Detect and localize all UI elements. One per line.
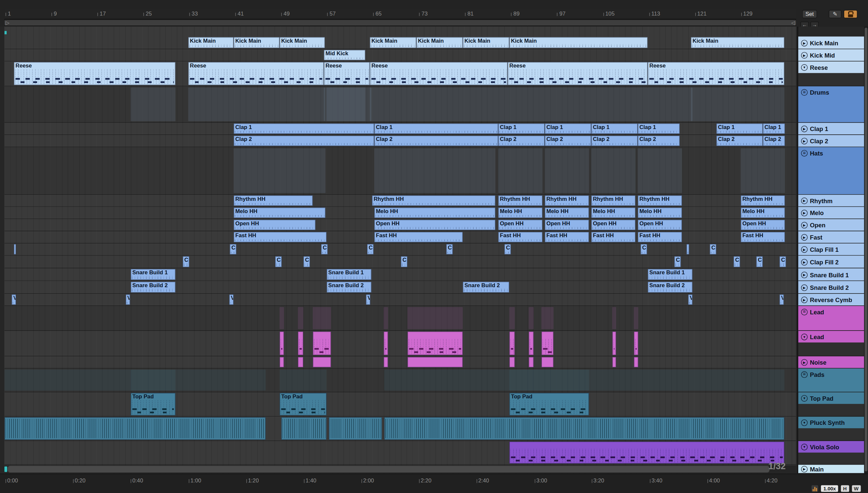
- bar-ruler[interactable]: 191725334149576573818997105113121129: [4, 9, 796, 20]
- group-icon[interactable]: ≡: [801, 371, 808, 378]
- arrangement-area[interactable]: Kick MainKick MainKick MainKick MainKick…: [4, 26, 796, 473]
- clip-kick-main[interactable]: Kick Main: [279, 37, 325, 48]
- clip-snare-build-1[interactable]: Snare Build 1: [648, 269, 692, 280]
- clip-reese[interactable]: Reese: [370, 62, 508, 85]
- clip-clap-1[interactable]: Clap 1: [716, 123, 763, 134]
- play-icon[interactable]: ▶: [801, 271, 808, 278]
- clip-rhythm[interactable]: Rhythm HH: [545, 195, 589, 206]
- clip-rhythm[interactable]: Rhythm HH: [638, 195, 682, 206]
- clip-reese[interactable]: Reese: [14, 62, 175, 85]
- clip-pluck-synth[interactable]: [4, 417, 266, 440]
- clip-clap-2[interactable]: Clap 2: [763, 136, 785, 146]
- horizontal-scrollbar[interactable]: [4, 465, 796, 473]
- play-icon[interactable]: ▶: [801, 40, 808, 46]
- clip-open[interactable]: Open HH: [234, 220, 316, 230]
- clip-lead[interactable]: [407, 331, 463, 355]
- clip-clap-2[interactable]: Clap 2: [716, 136, 763, 146]
- track-header-clap-fill-2[interactable]: ▶Clap Fill 2: [798, 256, 864, 268]
- clip-lead[interactable]: [279, 331, 284, 355]
- clip-noise[interactable]: [298, 357, 303, 368]
- clip-fast[interactable]: Fast HH: [374, 232, 463, 242]
- clip-clap-fill-2[interactable]: C: [183, 256, 189, 267]
- clip-clap-fill-2[interactable]: C: [674, 256, 681, 267]
- clip-clap-fill-1[interactable]: [686, 244, 689, 254]
- fold-icon[interactable]: ▼: [801, 333, 808, 340]
- track-header-reese[interactable]: ▼Reese: [798, 62, 864, 86]
- clip-noise[interactable]: [634, 357, 638, 368]
- lane-melo[interactable]: Melo HHMelo HHMelo HHMelo HHMelo HHMelo …: [4, 207, 796, 219]
- clip-clap-fill-1[interactable]: C: [504, 244, 511, 254]
- clip-open[interactable]: Open HH: [591, 220, 636, 230]
- track-header-lead[interactable]: ▼Lead: [798, 331, 864, 356]
- lane-fast[interactable]: Fast HHFast HHFast HHFast HHFast HHFast …: [4, 231, 796, 243]
- play-icon[interactable]: ▶: [801, 297, 808, 303]
- track-header-clap-1[interactable]: ▶Clap 1: [798, 123, 864, 135]
- clip-open[interactable]: Open HH: [741, 220, 785, 230]
- clip-clap-2[interactable]: Clap 2: [498, 136, 545, 146]
- clip-clap-1[interactable]: Clap 1: [591, 123, 638, 134]
- clip-snare-build-1[interactable]: Snare Build 1: [131, 269, 175, 280]
- lane-hats[interactable]: [4, 147, 796, 195]
- lane-snare-build-2[interactable]: Snare Build 2Snare Build 2Snare Build 2S…: [4, 281, 796, 294]
- clip-snare-build-1[interactable]: Snare Build 1: [327, 269, 372, 280]
- fold-icon[interactable]: ▼: [801, 443, 808, 450]
- play-icon[interactable]: ▶: [801, 259, 808, 265]
- lane-rhythm[interactable]: Rhythm HHRhythm HHRhythm HHRhythm HHRhyt…: [4, 195, 796, 207]
- play-icon[interactable]: ▶: [801, 466, 808, 472]
- clip-fast[interactable]: Fast HH: [591, 232, 636, 242]
- lane-clap-fill-1[interactable]: CCCCCCC: [4, 243, 796, 256]
- clip-snare-build-2[interactable]: Snare Build 2: [131, 282, 175, 293]
- clip-kick-main[interactable]: Kick Main: [188, 37, 234, 48]
- clip-pluck-synth[interactable]: [281, 417, 326, 440]
- track-header-kick-main[interactable]: ▶Kick Main: [798, 36, 864, 49]
- lane-clap-2[interactable]: Clap 2Clap 2Clap 2Clap 2Clap 2Clap 2Clap…: [4, 135, 796, 147]
- clip-melo[interactable]: Melo HH: [638, 208, 682, 218]
- clip-noise[interactable]: [313, 357, 331, 368]
- clip-clap-1[interactable]: Clap 1: [763, 123, 785, 134]
- clip-clap-fill-1[interactable]: C: [321, 244, 328, 254]
- clip-open[interactable]: Open HH: [638, 220, 682, 230]
- clip-clap-1[interactable]: Clap 1: [498, 123, 545, 134]
- clip-clap-fill-1[interactable]: C: [710, 244, 716, 254]
- clip-rhythm[interactable]: Rhythm HH: [372, 195, 495, 206]
- track-header-clap-fill-1[interactable]: ▶Clap Fill 1: [798, 243, 864, 256]
- set-button[interactable]: Set: [802, 10, 817, 18]
- clip-noise[interactable]: [529, 357, 534, 368]
- clip-reverse-cymb[interactable]: V: [688, 295, 693, 305]
- clip-lead[interactable]: [313, 331, 331, 355]
- clip-lead[interactable]: [612, 331, 616, 355]
- lane-pads[interactable]: [4, 369, 796, 392]
- clip-pluck-synth[interactable]: [384, 417, 784, 440]
- track-header-open[interactable]: ▶Open: [798, 219, 864, 231]
- clip-kick-main[interactable]: Kick Main: [234, 37, 280, 48]
- track-header-kick-mid[interactable]: ▶Kick Mid: [798, 49, 864, 62]
- clip-reverse-cymb[interactable]: V: [366, 295, 370, 305]
- clip-lead[interactable]: [541, 331, 553, 355]
- clip-open[interactable]: Open HH: [545, 220, 589, 230]
- track-header-main[interactable]: ▶Main: [798, 465, 864, 474]
- clip-kick-main[interactable]: Kick Main: [691, 37, 785, 48]
- clip-rhythm[interactable]: Rhythm HH: [234, 195, 313, 206]
- clip-reese[interactable]: Reese: [324, 62, 370, 85]
- track-header-snare-build-1[interactable]: ▶Snare Build 1: [798, 268, 864, 281]
- clip-kick-main[interactable]: Kick Main: [509, 37, 648, 48]
- clip-lead[interactable]: [634, 331, 638, 355]
- clip-noise[interactable]: [407, 357, 463, 368]
- clip-snare-build-2[interactable]: Snare Build 2: [648, 282, 692, 293]
- clip-clap-2[interactable]: Clap 2: [545, 136, 591, 146]
- scroll-left-handle-icon[interactable]: ▷: [6, 20, 9, 26]
- horizontal-scroll-thumb[interactable]: [7, 466, 769, 472]
- clip-clap-fill-1[interactable]: C: [446, 244, 453, 254]
- clip-reverse-cymb[interactable]: V: [229, 295, 233, 305]
- clip-lead[interactable]: [509, 331, 515, 355]
- clip-reese[interactable]: Reese: [508, 62, 648, 85]
- track-header-rhythm[interactable]: ▶Rhythm: [798, 195, 864, 207]
- draw-mode-icon[interactable]: ✎: [829, 10, 841, 18]
- track-header-fast[interactable]: ▶Fast: [798, 231, 864, 243]
- time-ruler[interactable]: 0:000:200:401:001:201:402:002:202:403:00…: [4, 475, 796, 486]
- clip-snare-build-2[interactable]: Snare Build 2: [327, 282, 372, 293]
- lock-icon[interactable]: [844, 10, 858, 18]
- clip-reverse-cymb[interactable]: V: [126, 295, 130, 305]
- clip-clap-fill-2[interactable]: C: [303, 256, 310, 267]
- track-header-pluck-synth[interactable]: ▼Pluck Synth: [798, 416, 864, 441]
